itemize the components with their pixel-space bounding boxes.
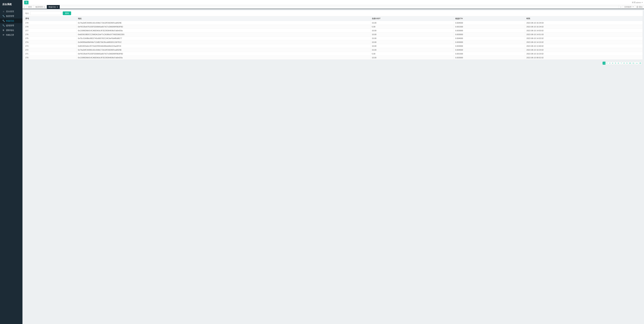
tabs-scroll-right-button[interactable]: »	[619, 5, 623, 9]
cell-no: 279	[24, 21, 77, 25]
cell-no: 274	[24, 40, 77, 44]
cell-addr: 0x34095bb09bFAfe712dB27bE35cdd8DE9115878…	[76, 40, 370, 44]
toggle-sidebar-button[interactable]: ☰	[24, 1, 28, 4]
col-header-0: 序号	[24, 16, 77, 21]
table-row: 2760xbE5819BDCC29ADA1DeF7cCA366c977A92D6…	[24, 33, 643, 37]
home-icon: ⌂	[2, 10, 5, 13]
page-28-button[interactable]: 28	[638, 62, 642, 65]
cell-time: 2022-08-10 10:23:02	[525, 52, 643, 56]
table-row: 2780xF9C05e876155FDD08A5a667427cD66099FB…	[24, 25, 643, 29]
table-row: 2720x74a2bfC943fA142c434bC72b10FD6D95Fea…	[24, 48, 643, 52]
cell-eth: 0.004500	[454, 37, 525, 40]
table-row: 2750x7Ec31A9Be38D2743c665782C24C6eF9d4f5…	[24, 37, 643, 40]
cell-no: 278	[24, 25, 77, 29]
logout-label: 退出	[639, 6, 643, 8]
sidebar-item-label: 鱼苗管理	[6, 15, 14, 18]
page-3-button[interactable]: 3	[608, 62, 611, 65]
page-1-button[interactable]: 1	[602, 62, 606, 65]
content: 地址 查询 序号地址当前USDT收益ETH时间 2790x74a2bfC943f…	[22, 9, 644, 324]
table-row: 2790x74a2bfC943fA142c434bC72b10FD6D95Fea…	[24, 21, 643, 25]
cell-no: 271	[24, 52, 77, 56]
tabstrip: « 首页鱼苗管理⊗收益日志⊗ » 关闭操作 ⏻ 退出	[22, 5, 644, 9]
page-4-button[interactable]: 4	[611, 62, 614, 65]
user-menu[interactable]: 欢迎 admin	[632, 1, 643, 4]
close-ops-menu[interactable]: 关闭操作	[623, 5, 635, 9]
welcome-prefix: 欢迎	[632, 1, 636, 4]
col-header-2: 当前USDT	[370, 16, 454, 21]
hamburger-icon: ☰	[26, 1, 27, 4]
page-6-button[interactable]: 6	[617, 62, 620, 65]
refresh-icon: ⟳	[2, 34, 5, 36]
tabs-scroll-left-button[interactable]: «	[22, 5, 26, 9]
search-panel: 地址 查询	[24, 11, 643, 16]
page-11-button[interactable]: 11	[632, 62, 635, 65]
col-header-4: 时间	[525, 16, 643, 21]
address-input[interactable]	[30, 12, 62, 15]
cell-no: 270	[24, 56, 77, 60]
cell-no: 272	[24, 48, 77, 52]
cell-no: 275	[24, 37, 77, 40]
power-icon: ⏻	[636, 6, 638, 8]
sidebar-item-4[interactable]: 🗎授权地址	[0, 28, 22, 33]
cell-eth: 0.001500	[454, 25, 525, 29]
cell-no: 273	[24, 44, 77, 48]
logout-button[interactable]: ⏻ 退出	[635, 5, 644, 9]
sidebar: 后台系统 ⌂后台首页🔧鱼苗管理🔧收益日志🔧提现管理🗎授权地址⟳转账记录	[0, 0, 22, 324]
page-next-button[interactable]: >>	[635, 62, 639, 65]
sidebar-item-label: 后台首页	[6, 10, 14, 13]
main-area: ☰ 欢迎 admin « 首页鱼苗管理⊗收益日志⊗ » 关闭操作	[22, 0, 644, 324]
cell-addr: 0x6018D3a9c29715d22f3534A306dd48cD23ad3F…	[76, 44, 370, 48]
close-ops-label: 关闭操作	[624, 6, 632, 8]
welcome-user: admin	[636, 2, 641, 4]
cell-eth: 0.004500	[454, 48, 525, 52]
close-icon[interactable]: ⊗	[44, 6, 45, 8]
cell-usdt: 10.00	[370, 33, 454, 37]
tab-label: 收益日志	[48, 6, 56, 8]
table-row: 2770x13386D8b914CA6E9A3c3F2E29D64836d7a6…	[24, 29, 643, 33]
tab-1[interactable]: 鱼苗管理⊗	[34, 5, 47, 9]
col-header-1: 地址	[76, 16, 370, 21]
page-7-button[interactable]: 7	[620, 62, 623, 65]
cell-eth: 0.003000	[454, 44, 525, 48]
sidebar-item-2[interactable]: 🔧收益日志	[0, 19, 22, 23]
cell-usdt: 15.00	[370, 21, 454, 25]
page-2-button[interactable]: 2	[606, 62, 608, 65]
page-9-button[interactable]: 9	[626, 62, 628, 65]
sidebar-nav: ⌂后台首页🔧鱼苗管理🔧收益日志🔧提现管理🗎授权地址⟳转账记录	[0, 9, 22, 37]
cell-time: 2022-08-10 14:53:02	[525, 29, 643, 33]
cell-no: 276	[24, 33, 77, 37]
sidebar-item-3[interactable]: 🔧提现管理	[0, 23, 22, 28]
close-icon[interactable]: ⊗	[56, 6, 58, 8]
sidebar-item-1[interactable]: 🔧鱼苗管理	[0, 14, 22, 19]
sidebar-item-0[interactable]: ⌂后台首页	[0, 9, 22, 14]
brand-title: 后台系统	[0, 0, 22, 9]
caret-down-icon	[642, 2, 643, 3]
sidebar-item-label: 授权地址	[6, 29, 14, 32]
page-10-button[interactable]: 10	[628, 62, 632, 65]
search-label: 地址	[25, 12, 29, 15]
tab-label: 鱼苗管理	[36, 6, 43, 8]
cell-usdt: 10.00	[370, 29, 454, 33]
table-row: 2740x34095bb09bFAfe712dB27bE35cdd8DE9115…	[24, 40, 643, 44]
sidebar-item-label: 转账记录	[6, 34, 14, 37]
search-button[interactable]: 查询	[63, 12, 71, 15]
cell-time: 2022-08-10 13:40:02	[525, 44, 643, 48]
cell-usdt: 15.00	[370, 37, 454, 40]
pagination: 1234567891011>>28	[24, 60, 643, 65]
page-5-button[interactable]: 5	[614, 62, 617, 65]
cell-time: 2022-08-10 16:24:03	[525, 21, 643, 25]
cell-eth: 0.003000	[454, 40, 525, 44]
table-row: 2730x6018D3a9c29715d22f3534A306dd48cD23a…	[24, 44, 643, 48]
data-table: 序号地址当前USDT收益ETH时间 2790x74a2bfC943fA142c4…	[24, 16, 643, 60]
tab-2[interactable]: 收益日志⊗	[47, 5, 60, 9]
sidebar-item-5[interactable]: ⟳转账记录	[0, 33, 22, 37]
double-chevron-right-icon: »	[620, 6, 621, 8]
col-header-3: 收益ETH	[454, 16, 525, 21]
tab-0[interactable]: 首页	[26, 5, 34, 9]
cell-eth: 0.003000	[454, 33, 525, 37]
cell-no: 277	[24, 29, 77, 33]
page-8-button[interactable]: 8	[622, 62, 626, 65]
cell-usdt: 5.00	[370, 25, 454, 29]
wrench-icon: 🔧	[2, 20, 5, 22]
cell-usdt: 15.00	[370, 48, 454, 52]
